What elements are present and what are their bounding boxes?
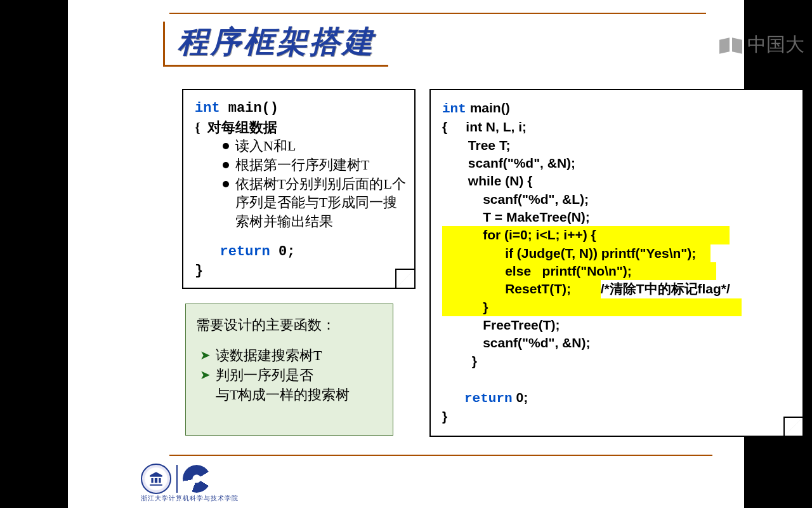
code-line-highlight: else printf("No\n"); xyxy=(442,262,796,280)
page-fold-icon xyxy=(783,417,804,437)
functions-header: 需要设计的主要函数： xyxy=(196,316,385,335)
watermark: 中国大 xyxy=(719,32,804,58)
code-line: FreeTree(T); xyxy=(442,316,796,334)
function-item: ➤判别一序列是否 与T构成一样的搜索树 xyxy=(200,366,385,405)
logo-separator xyxy=(176,465,178,493)
code-line: { int N, L, i; xyxy=(442,118,796,136)
code-line-highlight: for (i=0; i<L; i++) { xyxy=(442,226,796,244)
code-line: Tree T; xyxy=(442,137,796,154)
code-line: { 对每组数据 xyxy=(195,118,408,137)
slide-title: 程序框架搭建 xyxy=(178,22,376,62)
watermark-text: 中国大 xyxy=(747,32,804,58)
bottom-rule xyxy=(169,455,712,456)
top-rule xyxy=(169,13,706,14)
slide: 程序框架搭建 中国大 int main() { 对每组数据 读入N和L 根据第一… xyxy=(68,0,744,508)
spiral-logo-icon xyxy=(183,465,211,493)
code-line-highlight: } xyxy=(442,298,796,316)
footer-logos xyxy=(141,464,211,494)
code-line: scanf("%d", &N); xyxy=(442,154,796,172)
university-logo-icon xyxy=(141,464,171,494)
bullet-item: 读入N和L xyxy=(223,137,408,156)
bullet-icon xyxy=(223,143,229,149)
code-line: } xyxy=(442,408,796,425)
code-line: return 0; xyxy=(442,389,796,408)
code-line: int main() xyxy=(195,99,408,118)
code-line-highlight: ResetT(T); /*清除T中的标记flag*/ xyxy=(442,280,796,298)
code-line-highlight: if (Judge(T, N)) printf("Yes\n"); xyxy=(442,244,796,262)
arrow-icon: ➤ xyxy=(200,366,211,384)
code-line xyxy=(442,370,796,388)
arrow-icon: ➤ xyxy=(200,346,211,364)
left-pseudocode-box: int main() { 对每组数据 读入N和L 根据第一行序列建树T 依据树T… xyxy=(182,89,416,289)
book-icon xyxy=(719,37,742,53)
footer-text: 浙江大学计算机科学与技术学院 xyxy=(141,494,239,503)
bullet-item: 根据第一行序列建树T xyxy=(223,156,408,175)
code-line: } xyxy=(195,262,408,281)
code-line: return 0; xyxy=(195,243,408,262)
code-line: scanf("%d", &L); xyxy=(442,190,796,208)
page-fold-icon xyxy=(395,269,416,289)
code-line: } xyxy=(442,352,796,370)
code-line: int main() xyxy=(442,99,796,118)
right-code-box: int main() { int N, L, i; Tree T; scanf(… xyxy=(429,89,804,437)
title-wrap: 程序框架搭建 xyxy=(163,22,388,67)
code-line: while (N) { xyxy=(442,172,796,190)
bullet-item: 依据树T分别判别后面的L个序列是否能与T形成同一搜索树并输出结果 xyxy=(223,175,408,231)
code-line: scanf("%d", &N); xyxy=(442,334,796,352)
functions-box: 需要设计的主要函数： ➤读数据建搜索树T ➤判别一序列是否 与T构成一样的搜索树 xyxy=(185,304,393,436)
bullet-icon xyxy=(223,181,229,187)
bullet-icon xyxy=(223,162,229,168)
function-item: ➤读数据建搜索树T xyxy=(200,346,385,366)
code-line: T = MakeTree(N); xyxy=(442,208,796,226)
